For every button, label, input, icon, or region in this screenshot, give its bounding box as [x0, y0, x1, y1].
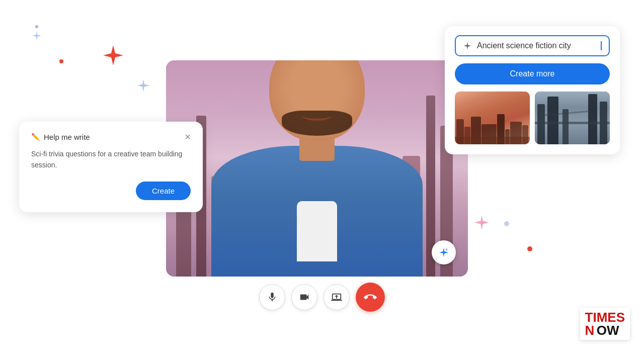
video-container [166, 60, 468, 277]
camera-icon [299, 292, 310, 303]
end-call-icon [364, 291, 377, 304]
card-content: Sci-fi trivia questions for a creative t… [31, 149, 191, 170]
sparkle-blue-small-top [31, 30, 42, 41]
card-header: ✏️ Help me write × [31, 132, 191, 142]
times-now-ow: OW [597, 323, 619, 338]
dot-red-right [527, 246, 532, 251]
share-screen-button[interactable] [324, 284, 350, 310]
camera-button[interactable] [291, 284, 317, 310]
dot-blue-right [504, 221, 509, 226]
image-prompt-value: Ancient science fiction city [477, 41, 601, 50]
call-controls [259, 283, 385, 312]
dot-red [59, 59, 63, 63]
close-button[interactable]: × [185, 132, 191, 142]
share-screen-icon [331, 292, 342, 303]
create-button[interactable]: Create [136, 182, 191, 200]
microphone-icon [267, 292, 278, 303]
sparkle-pink-right [473, 214, 491, 231]
card-title: Help me write [44, 133, 90, 141]
video-person [166, 60, 468, 277]
image-prompt-input[interactable]: Ancient science fiction city [455, 35, 610, 56]
times-now-watermark: TIMES N OW [580, 308, 630, 340]
image-gen-panel: Ancient science fiction city Create more [445, 26, 620, 154]
help-me-write-card: ✏️ Help me write × Sci-fi trivia questio… [19, 122, 203, 212]
text-cursor [601, 41, 602, 50]
generated-image-2[interactable] [535, 92, 610, 144]
generated-images-grid [455, 92, 610, 144]
sparkle-input-icon [463, 41, 472, 50]
dot-blue-top [35, 25, 38, 28]
create-more-button[interactable]: Create more [455, 63, 610, 84]
sparkle-red-large [103, 45, 123, 65]
microphone-button[interactable] [259, 284, 285, 310]
generated-image-1[interactable] [455, 92, 530, 144]
end-call-button[interactable] [356, 283, 385, 312]
sparkle-blue-large [136, 78, 151, 93]
pencil-icon: ✏️ [31, 133, 40, 141]
card-title-row: ✏️ Help me write [31, 133, 90, 141]
ai-assistant-button[interactable] [432, 240, 456, 264]
times-now-n: N [585, 323, 595, 338]
